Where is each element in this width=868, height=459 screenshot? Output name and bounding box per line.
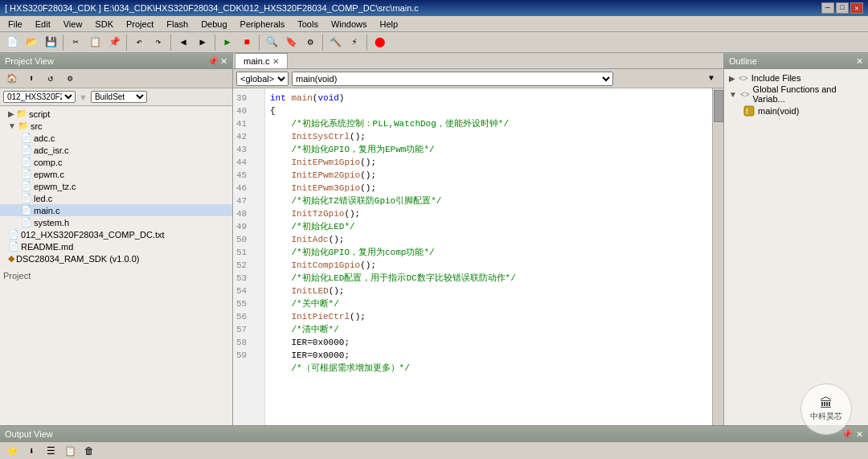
open-button[interactable]: 📂 <box>23 34 40 51</box>
tree-item-epwm-c[interactable]: 📄 epwm.c <box>0 168 232 180</box>
line-num-42: 42 <box>236 130 261 143</box>
file-icon-txt: 📄 <box>8 229 19 240</box>
line-numbers: 39 40 41 42 43 44 45 46 47 48 49 50 51 5… <box>233 88 265 425</box>
flash-button[interactable]: ⚡ <box>346 34 363 51</box>
output-header: Output View 📌 ✕ <box>0 426 868 442</box>
menu-item-view[interactable]: View <box>59 18 88 30</box>
code-area[interactable]: int main(void) { /*初始化系统控制：PLL,WatchDog，… <box>265 88 712 425</box>
output-clear-button[interactable]: 🗑 <box>80 443 98 460</box>
output-copy-button[interactable]: 📋 <box>61 443 79 460</box>
project-settings-icon[interactable]: ⚙ <box>61 70 79 88</box>
tree-item-adc-isr-c[interactable]: 📄 adc_isr.c <box>0 144 232 156</box>
line-num-55: 55 <box>236 297 261 310</box>
undo-button[interactable]: ↶ <box>130 34 148 51</box>
menu-item-tools[interactable]: Tools <box>293 18 323 30</box>
build-button[interactable]: 🔨 <box>326 34 344 51</box>
editor-scrollbar[interactable] <box>712 88 723 425</box>
run-button[interactable]: ▶ <box>219 34 236 51</box>
menu-item-debug[interactable]: Debug <box>196 18 231 30</box>
tree-item-readme[interactable]: 📄 README.md <box>0 240 232 252</box>
tab-main-c[interactable]: main.c ✕ <box>235 53 288 68</box>
expand-script-icon: ▶ <box>8 109 14 118</box>
outline-global-functions[interactable]: ▼ <> Global Functions and Variab... <box>727 84 865 105</box>
outline-main-function[interactable]: f main(void) <box>727 105 865 117</box>
paste-button[interactable]: 📌 <box>105 34 123 51</box>
save-button[interactable]: 💾 <box>42 34 59 51</box>
dropdown-separator: ▼ <box>79 92 88 102</box>
maximize-button[interactable]: □ <box>836 2 849 14</box>
outline-include-files[interactable]: ▶ <> Include Files <box>727 72 865 84</box>
tree-item-txt[interactable]: 📄 012_HXS320F28034_COMP_DC.txt <box>0 228 232 240</box>
menu-item-windows[interactable]: Windows <box>326 18 372 30</box>
back-button[interactable]: ◀ <box>174 34 192 51</box>
tree-item-script[interactable]: ▶ 📁 script <box>0 108 232 120</box>
outline-close-icon[interactable]: ✕ <box>856 56 863 67</box>
tree-item-led-c[interactable]: 📄 led.c <box>0 192 232 204</box>
collapse-editor-button[interactable]: ▼ <box>702 70 720 88</box>
output-star-button[interactable]: ⭐ <box>3 443 21 460</box>
settings-button[interactable]: ⚙ <box>301 34 319 51</box>
menu-item-edit[interactable]: Edit <box>31 18 55 30</box>
scope-selector[interactable]: <global> <box>236 72 289 86</box>
tree-item-adc-c[interactable]: 📄 adc.c <box>0 132 232 144</box>
outline-title: Outline <box>729 56 757 66</box>
tree-item-main-c[interactable]: 📄 main.c <box>0 204 232 216</box>
bottom-area: Output View 📌 ✕ ⭐ ⬇ ☰ 📋 🗑 size of target… <box>0 425 868 459</box>
buildset-selector[interactable]: BuildSet <box>91 91 147 103</box>
tree-item-epwm-tz-c[interactable]: 📄 epwm_tz.c <box>0 180 232 192</box>
code-line-55: /*关中断*/ <box>270 297 707 310</box>
tree-item-system-h[interactable]: 📄 system.h <box>0 216 232 228</box>
editor-content: 39 40 41 42 43 44 45 46 47 48 49 50 51 5… <box>233 88 723 425</box>
forward-button[interactable]: ▶ <box>194 34 211 51</box>
close-button[interactable]: ✕ <box>850 2 863 14</box>
new-file-button[interactable]: 📄 <box>3 34 21 51</box>
line-num-57: 57 <box>236 323 261 336</box>
output-close-icon[interactable]: ✕ <box>856 429 863 440</box>
project-pin-icon[interactable]: 📌 <box>207 56 219 67</box>
project-up-button[interactable]: ⬆ <box>23 70 40 88</box>
project-home-button[interactable]: 🏠 <box>3 70 21 88</box>
title-bar: [ HXS320F28034_CDK ] E:\034_CDK\HXS320F2… <box>0 0 868 16</box>
line-num-51: 51 <box>236 246 261 259</box>
file-icon-epwm-tz-c: 📄 <box>21 181 32 191</box>
output-scroll-button[interactable]: ⬇ <box>23 443 40 460</box>
function-selector[interactable]: main(void) <box>292 72 613 86</box>
file-icon-led-c: 📄 <box>21 193 32 203</box>
toolbar-separator-3 <box>170 35 171 51</box>
minimize-button[interactable]: ─ <box>821 2 834 14</box>
menu-item-sdk[interactable]: SDK <box>90 18 118 30</box>
line-num-44: 44 <box>236 156 261 169</box>
tree-label-sdk: DSC28034_RAM_SDK (v1.0.0) <box>16 254 139 264</box>
file-icon-epwm-c: 📄 <box>21 169 32 179</box>
stop-button[interactable]: ■ <box>238 34 256 51</box>
project-selector[interactable]: 012_HXS320F2 <box>3 91 76 103</box>
code-line-50: InitAdc(); <box>270 233 707 246</box>
menu-item-project[interactable]: Project <box>121 18 158 30</box>
tree-item-src[interactable]: ▼ 📁 src <box>0 120 232 132</box>
copy-button[interactable]: 📋 <box>86 34 104 51</box>
editor-scrollbar-thumb[interactable] <box>714 90 723 122</box>
bookmark-button[interactable]: 🔖 <box>282 34 300 51</box>
project-dropdown: 012_HXS320F2 ▼ BuildSet <box>0 88 232 106</box>
project-close-icon[interactable]: ✕ <box>220 56 227 67</box>
code-line-58: IER=0x0000; <box>270 336 707 349</box>
menu-item-flash[interactable]: Flash <box>162 18 193 30</box>
project-refresh-button[interactable]: ↺ <box>42 70 59 88</box>
menu-item-file[interactable]: File <box>3 18 27 30</box>
tab-close-icon[interactable]: ✕ <box>272 57 279 66</box>
menu-item-help[interactable]: Help <box>375 18 403 30</box>
tree-item-comp-c[interactable]: 📄 comp.c <box>0 156 232 168</box>
output-pin-icon[interactable]: 📌 <box>841 429 853 440</box>
menu-item-peripherals[interactable]: Peripherals <box>235 18 290 30</box>
redo-button[interactable]: ↷ <box>149 34 167 51</box>
debug-button[interactable]: ⬤ <box>371 34 388 51</box>
search-button[interactable]: 🔍 <box>263 34 280 51</box>
line-num-49: 49 <box>236 220 261 233</box>
tree-item-sdk[interactable]: ◆ DSC28034_RAM_SDK (v1.0.0) <box>0 252 232 264</box>
line-num-56: 56 <box>236 310 261 323</box>
code-line-44: InitEPwm1Gpio(); <box>270 156 707 169</box>
expand-src-icon: ▼ <box>8 121 16 130</box>
cut-button[interactable]: ✂ <box>67 34 84 51</box>
output-list-button[interactable]: ☰ <box>42 443 59 460</box>
function-icon: f <box>743 105 755 117</box>
